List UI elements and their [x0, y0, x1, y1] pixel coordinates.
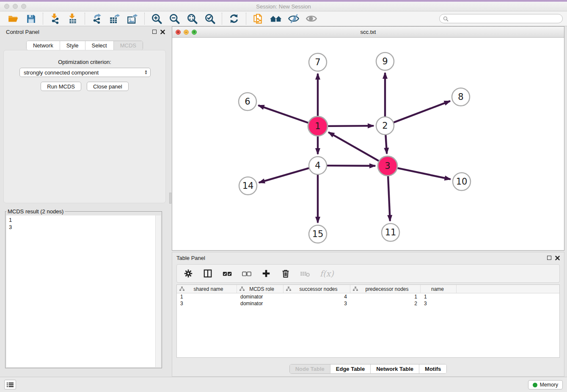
fx-label: f(x): [320, 269, 334, 278]
graph-node-10[interactable]: 10: [453, 173, 471, 190]
close-panel-button[interactable]: Close panel: [87, 82, 129, 91]
save-session-button[interactable]: [24, 12, 38, 25]
tab-edge-table[interactable]: Edge Table: [330, 364, 370, 373]
style-preview-button[interactable]: [287, 12, 300, 25]
graph-edge-3-10[interactable]: [397, 168, 451, 179]
add-column-button[interactable]: [261, 268, 272, 279]
graph-node-6[interactable]: 6: [239, 93, 256, 110]
table-cell[interactable]: 4: [284, 294, 350, 300]
graph-node-14[interactable]: 14: [239, 177, 257, 195]
graph-node-9[interactable]: 9: [376, 52, 394, 70]
zoom-out-icon: [169, 13, 180, 25]
import-table-button[interactable]: [66, 12, 80, 25]
table-cell[interactable]: 2: [350, 301, 421, 306]
column-header-successor-nodes[interactable]: successor nodes: [284, 285, 350, 293]
export-network-button[interactable]: [90, 12, 104, 25]
graph-node-2[interactable]: 2: [376, 117, 394, 135]
deselect-all-button[interactable]: [241, 268, 252, 279]
table-cell[interactable]: 1: [421, 294, 457, 300]
panel-splitter-handle[interactable]: [169, 193, 171, 204]
search-input[interactable]: [449, 16, 562, 22]
tab-network[interactable]: Network: [27, 41, 60, 50]
zoom-out-button[interactable]: [168, 12, 181, 25]
columns-button[interactable]: [202, 268, 213, 279]
zoom-selected-button[interactable]: [203, 12, 217, 25]
export-image-button[interactable]: [126, 12, 139, 25]
tab-node-table[interactable]: Node Table: [290, 364, 330, 373]
table-cell[interactable]: dominator: [237, 301, 284, 306]
close-panel-icon[interactable]: [160, 30, 165, 34]
table-cell[interactable]: 1: [350, 294, 421, 300]
show-graphics-button[interactable]: [305, 12, 318, 25]
graph-edge-3-11[interactable]: [388, 175, 390, 221]
tab-network-table[interactable]: Network Table: [370, 364, 419, 373]
mcds-result-line: 3: [9, 224, 155, 231]
function-builder-button[interactable]: f(x): [319, 268, 336, 279]
float-panel-icon[interactable]: [152, 30, 157, 34]
import-network-button[interactable]: [48, 12, 62, 25]
clone-network-icon: [253, 13, 264, 25]
table-cell[interactable]: dominator: [237, 294, 284, 300]
graph-node-7[interactable]: 7: [309, 53, 327, 71]
search-field[interactable]: [439, 14, 563, 23]
table-cell[interactable]: 3: [421, 301, 457, 306]
clone-network-button[interactable]: [251, 12, 265, 25]
delete-table-button[interactable]: [300, 268, 311, 279]
home-button[interactable]: [269, 12, 283, 25]
status-bar: Memory: [0, 377, 567, 392]
table-toolbar: f(x): [176, 264, 560, 283]
zoom-fit-button[interactable]: [185, 12, 199, 25]
graph-node-4[interactable]: 4: [309, 157, 327, 174]
tab-mcds[interactable]: MCDS: [113, 41, 143, 50]
graph-edge-3-1[interactable]: [328, 132, 380, 161]
result-scrollbar[interactable]: [155, 215, 161, 367]
mcds-result-title: MCDS result (2 nodes): [6, 208, 65, 215]
column-header-predecessor-nodes[interactable]: predecessor nodes: [350, 285, 421, 293]
network-canvas[interactable]: 7968124314101511: [172, 38, 564, 250]
gear-button[interactable]: [183, 268, 194, 279]
graph-edge-2-3[interactable]: [385, 134, 387, 154]
graph-edge-1-2[interactable]: [327, 126, 374, 126]
close-table-panel-icon[interactable]: [555, 256, 560, 260]
graph-node-3[interactable]: 3: [378, 156, 397, 176]
table-cell[interactable]: 1: [177, 294, 237, 300]
tab-motifs[interactable]: Motifs: [419, 364, 446, 373]
table-row[interactable]: 3dominator323: [177, 300, 559, 307]
criterion-select[interactable]: strongly connected component ▲▼: [19, 68, 151, 77]
graph-edge-2-8[interactable]: [393, 101, 450, 123]
task-history-button[interactable]: [4, 380, 16, 389]
graph-node-15[interactable]: 15: [309, 225, 327, 243]
table-cell[interactable]: 3: [177, 301, 237, 306]
memory-button[interactable]: Memory: [528, 380, 563, 389]
select-all-button[interactable]: [222, 268, 233, 279]
zoom-in-button[interactable]: [150, 12, 163, 25]
graph-edge-1-6[interactable]: [258, 105, 309, 123]
tab-select[interactable]: Select: [85, 41, 113, 50]
tab-style[interactable]: Style: [60, 41, 85, 50]
chevron-up-down-icon: ▲▼: [144, 70, 148, 75]
refresh-button[interactable]: [227, 12, 241, 25]
svg-text:2: 2: [382, 121, 388, 131]
column-header-MCDS-role[interactable]: MCDS role: [237, 285, 284, 293]
column-header-shared-name[interactable]: shared name: [177, 285, 237, 293]
graph-node-1[interactable]: 1: [308, 116, 328, 136]
table-cell[interactable]: 3: [284, 301, 350, 306]
columns-icon: [203, 269, 212, 278]
graph-edge-4-14[interactable]: [259, 168, 310, 183]
open-folder-icon: [8, 13, 19, 24]
network-title: scc.txt: [172, 29, 564, 35]
delete-column-button[interactable]: [280, 268, 291, 279]
trash-icon: [281, 269, 290, 278]
table-row[interactable]: 1dominator411: [177, 293, 559, 300]
memory-label: Memory: [540, 382, 558, 388]
graph-node-11[interactable]: 11: [382, 224, 399, 241]
node-table[interactable]: shared nameMCDS rolesuccessor nodesprede…: [176, 284, 560, 358]
svg-text:8: 8: [458, 92, 463, 102]
float-table-panel-icon[interactable]: [547, 256, 551, 260]
run-mcds-button[interactable]: Run MCDS: [41, 82, 81, 91]
graph-node-8[interactable]: 8: [452, 88, 470, 106]
graph-edge-4-3[interactable]: [326, 166, 375, 166]
export-table-button[interactable]: [108, 12, 121, 25]
open-session-button[interactable]: [6, 12, 20, 25]
column-header-name[interactable]: name: [421, 285, 457, 293]
